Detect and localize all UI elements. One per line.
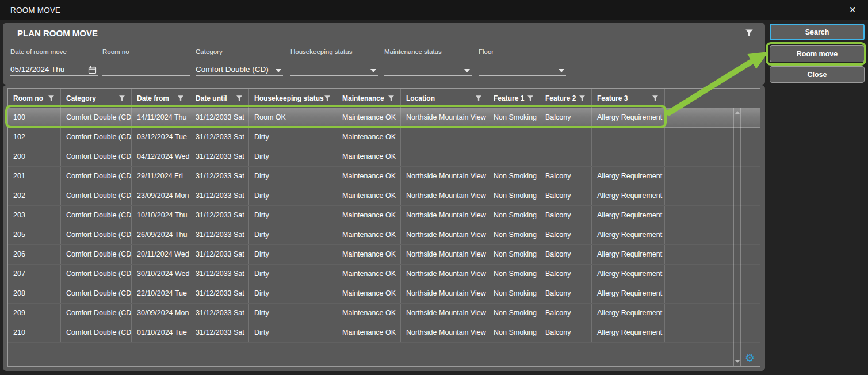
table-row[interactable]: 206Comfort Double (CD)20/11/2024 Wed31/1… xyxy=(8,245,760,265)
table-cell: 210 xyxy=(8,323,61,342)
table-cell: Maintenance OK xyxy=(337,323,401,342)
column-header[interactable]: Maintenance xyxy=(337,89,401,108)
table-cell: 14/11/2024 Thu xyxy=(132,108,190,127)
category-field[interactable]: Category Comfort Double (CD) xyxy=(196,48,283,76)
floor-field[interactable]: Floor xyxy=(479,48,566,76)
date-of-room-move-value[interactable]: 05/12/2024 Thu xyxy=(10,65,64,75)
vertical-scrollbar[interactable] xyxy=(733,108,741,366)
table-cell: 31/12/2033 Sat xyxy=(190,167,249,186)
table-row[interactable]: 200Comfort Double (CD)04/12/2024 Wed31/1… xyxy=(8,147,760,167)
column-header[interactable]: Date from xyxy=(132,89,190,108)
chevron-down-icon[interactable] xyxy=(464,69,470,72)
table-cell: 31/12/2033 Sat xyxy=(190,206,249,225)
table-cell: Northside Mountain View xyxy=(401,206,488,225)
column-header[interactable]: Housekeeping status xyxy=(249,89,337,108)
table-row[interactable]: 102Comfort Double (CD)03/12/2024 Tue31/1… xyxy=(8,128,760,147)
table-row[interactable]: 203Comfort Double (CD)10/10/2024 Thu31/1… xyxy=(8,206,760,225)
table-cell: Non Smoking xyxy=(488,108,540,127)
column-header[interactable]: Location xyxy=(401,89,488,108)
column-header[interactable]: Feature 2 xyxy=(540,89,592,108)
close-button[interactable]: Close xyxy=(770,66,865,83)
table-cell xyxy=(540,128,592,147)
chevron-down-icon[interactable] xyxy=(559,69,564,72)
table-cell: Northside Mountain View xyxy=(401,323,488,342)
table-cell-filler xyxy=(665,265,732,284)
table-cell: 200 xyxy=(8,147,61,166)
column-header[interactable]: Room no xyxy=(8,89,61,108)
table-cell: 01/10/2024 Tue xyxy=(132,323,190,342)
filter-funnel-icon[interactable] xyxy=(745,29,754,37)
table-cell xyxy=(592,147,665,166)
table-cell xyxy=(592,128,665,147)
filter-funnel-icon[interactable] xyxy=(388,95,395,102)
table-row[interactable]: 210Comfort Double (CD)01/10/2024 Tue31/1… xyxy=(8,323,760,343)
table-cell: Dirty xyxy=(249,245,337,264)
table-cell: Comfort Double (CD) xyxy=(61,304,132,323)
search-button[interactable]: Search xyxy=(770,24,865,40)
column-header[interactable]: Date until xyxy=(190,89,249,108)
chevron-down-icon[interactable] xyxy=(276,69,281,72)
column-header[interactable]: Category xyxy=(61,89,132,108)
table-cell: Allergy Requirement xyxy=(592,245,665,264)
table-cell-filler xyxy=(665,245,732,264)
filter-funnel-icon[interactable] xyxy=(579,95,586,102)
table-cell xyxy=(488,147,540,166)
date-of-room-move-field[interactable]: Date of room move 05/12/2024 Thu xyxy=(10,48,98,76)
housekeeping-status-field[interactable]: Housekeeping status xyxy=(290,48,378,76)
table-cell: Comfort Double (CD) xyxy=(61,206,132,225)
filter-funnel-icon[interactable] xyxy=(652,95,659,102)
table-cell-filler xyxy=(665,225,732,244)
table-cell: 100 xyxy=(8,108,61,127)
table-cell: 31/12/2033 Sat xyxy=(190,265,249,284)
filter-funnel-icon[interactable] xyxy=(475,95,482,102)
room-move-button[interactable]: Room move xyxy=(770,45,865,62)
column-header-filler xyxy=(665,89,732,108)
table-row[interactable]: 202Comfort Double (CD)23/09/2024 Mon31/1… xyxy=(8,186,760,206)
filter-funnel-icon[interactable] xyxy=(118,95,125,102)
table-cell: 31/12/2033 Sat xyxy=(190,147,249,166)
table-row[interactable]: 207Comfort Double (CD)30/10/2024 Wed31/1… xyxy=(8,265,760,284)
chevron-down-icon[interactable] xyxy=(370,69,376,72)
table-cell: Dirty xyxy=(249,206,337,225)
table-cell: 206 xyxy=(8,245,61,264)
scroll-down-icon[interactable] xyxy=(735,360,740,363)
table-cell: 31/12/2033 Sat xyxy=(190,225,249,244)
housekeeping-status-label: Housekeeping status xyxy=(290,48,378,55)
table-row[interactable]: 201Comfort Double (CD)29/11/2024 Fri31/1… xyxy=(8,167,760,186)
calendar-icon[interactable] xyxy=(88,66,97,74)
table-row[interactable]: 100Comfort Double (CD)14/11/2024 Thu31/1… xyxy=(8,108,760,128)
filter-funnel-icon[interactable] xyxy=(48,95,55,102)
table-cell: Comfort Double (CD) xyxy=(61,245,132,264)
table-cell: 31/12/2033 Sat xyxy=(190,108,249,127)
grid-settings-gear-icon[interactable]: ⚙ xyxy=(745,353,755,363)
filter-funnel-icon[interactable] xyxy=(527,95,534,102)
close-icon[interactable]: ✕ xyxy=(846,3,859,16)
column-header[interactable]: Feature 3 xyxy=(592,89,665,108)
table-cell: 20/11/2024 Wed xyxy=(132,245,190,264)
filter-funnel-icon[interactable] xyxy=(236,95,243,102)
table-cell: Allergy Requirement xyxy=(592,284,665,303)
table-row[interactable]: 209Comfort Double (CD)30/09/2024 Mon31/1… xyxy=(8,304,760,323)
table-cell: Balcony xyxy=(540,284,592,303)
table-cell: Non Smoking xyxy=(488,245,540,264)
table-cell: Balcony xyxy=(540,304,592,323)
maintenance-status-field[interactable]: Maintenance status xyxy=(384,48,472,76)
filter-funnel-icon[interactable] xyxy=(324,95,331,102)
table-cell: Allergy Requirement xyxy=(592,206,665,225)
table-cell-filler xyxy=(665,206,732,225)
plan-panel-header: PLAN ROOM MOVE xyxy=(3,23,765,43)
table-cell: Dirty xyxy=(249,323,337,342)
table-row[interactable]: 205Comfort Double (CD)26/09/2024 Thu31/1… xyxy=(8,225,760,245)
column-header[interactable]: Feature 1 xyxy=(488,89,540,108)
scroll-up-icon[interactable] xyxy=(735,111,740,114)
grid-rows: 100Comfort Double (CD)14/11/2024 Thu31/1… xyxy=(8,108,760,343)
table-cell: Balcony xyxy=(540,167,592,186)
filter-funnel-icon[interactable] xyxy=(177,95,184,102)
table-cell: Dirty xyxy=(249,284,337,303)
table-cell-filler xyxy=(665,167,732,186)
category-value[interactable]: Comfort Double (CD) xyxy=(196,65,269,75)
table-cell: Allergy Requirement xyxy=(592,323,665,342)
table-row[interactable]: 208Comfort Double (CD)22/10/2024 Tue31/1… xyxy=(8,284,760,304)
window-titlebar: ROOM MOVE ✕ xyxy=(0,0,868,20)
room-no-field[interactable]: Room no xyxy=(102,48,190,76)
